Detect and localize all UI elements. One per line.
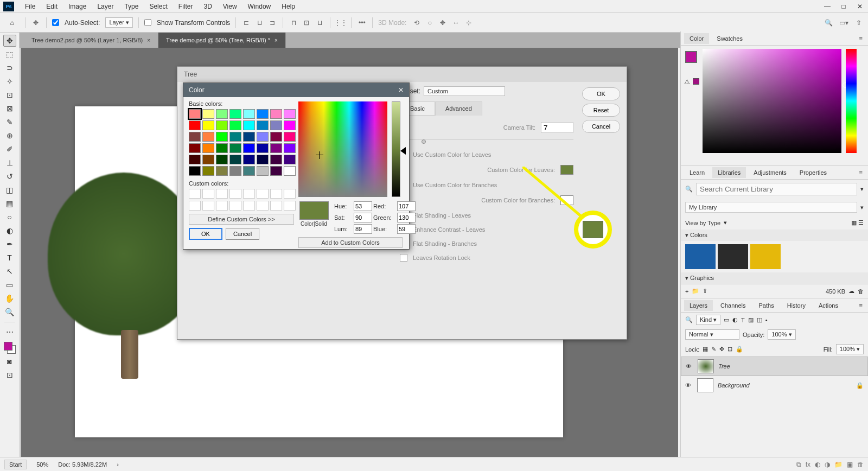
reset-button[interactable]: Reset — [582, 104, 620, 117]
luminosity-bar[interactable] — [392, 101, 400, 197]
palette-swatch[interactable] — [229, 166, 241, 176]
distribute-icon[interactable]: ⋮⋮ — [336, 18, 346, 28]
menu-select[interactable]: Select — [144, 3, 173, 10]
palette-swatch[interactable] — [189, 132, 201, 142]
palette-swatch[interactable] — [202, 143, 214, 153]
palette-swatch[interactable] — [257, 109, 269, 119]
palette-swatch[interactable] — [243, 143, 255, 153]
palette-swatch[interactable] — [243, 120, 255, 130]
palette-swatch[interactable] — [270, 109, 282, 119]
palette-swatch[interactable] — [243, 166, 255, 176]
palette-swatch[interactable] — [202, 166, 214, 176]
channels-tab[interactable]: Channels — [715, 300, 751, 311]
blue-input[interactable] — [397, 224, 416, 234]
palette-swatch[interactable] — [284, 143, 296, 153]
green-input[interactable] — [397, 213, 416, 222]
palette-swatch[interactable] — [202, 109, 214, 119]
menu-window[interactable]: Window — [242, 3, 277, 10]
align-right-icon[interactable]: ⊐ — [267, 18, 277, 28]
menu-view[interactable]: View — [218, 3, 242, 10]
close-button[interactable]: ✕ — [852, 1, 868, 12]
luminosity-arrow[interactable] — [400, 147, 406, 155]
fg-color[interactable] — [685, 51, 697, 63]
adjust-icon[interactable]: ◑ — [825, 461, 830, 468]
palette-swatch[interactable] — [270, 120, 282, 130]
menu-3d[interactable]: 3D — [198, 3, 217, 10]
palette-swatch[interactable] — [216, 132, 228, 142]
palette-swatch[interactable] — [257, 166, 269, 176]
delete-icon[interactable]: 🗑 — [857, 461, 864, 468]
tab-tree-demo[interactable]: Tree demo.psd @ 50% (Tree, RGB/8) *× — [158, 33, 286, 48]
visibility-icon[interactable]: 👁 — [686, 363, 693, 370]
menu-file[interactable]: File — [20, 3, 41, 10]
zoom-level[interactable]: 50% — [36, 461, 48, 468]
hue-slider[interactable] — [846, 49, 857, 153]
swatches-panel-tab[interactable]: Swatches — [711, 33, 748, 44]
palette-swatch[interactable] — [284, 109, 296, 119]
color-field[interactable] — [703, 49, 841, 153]
link-icon[interactable]: ⧉ — [796, 461, 801, 468]
move-tool[interactable]: ✥ — [3, 35, 16, 47]
library-search[interactable] — [696, 183, 857, 195]
color-ok-button[interactable]: OK — [189, 228, 222, 240]
library-select[interactable]: My Library — [685, 202, 857, 213]
hue-input[interactable] — [354, 201, 372, 211]
preset-dropdown[interactable]: Custom — [424, 86, 505, 96]
history-tab[interactable]: History — [782, 300, 811, 311]
branch-color-swatch[interactable] — [560, 195, 573, 205]
start-button[interactable]: Start — [4, 460, 27, 469]
visibility-icon[interactable]: 👁 — [685, 382, 693, 389]
swatch-icon[interactable] — [693, 78, 699, 85]
palette-swatch[interactable] — [189, 155, 201, 164]
align-left-icon[interactable]: ⊏ — [241, 18, 251, 28]
workspace-icon[interactable]: ▭▾ — [839, 18, 848, 28]
share-icon[interactable]: ⇧ — [854, 18, 864, 28]
lum-input[interactable] — [354, 224, 372, 234]
layer-background[interactable]: 👁 Background 🔒 — [681, 376, 868, 394]
palette-swatch[interactable] — [202, 155, 214, 164]
menu-edit[interactable]: Edit — [41, 3, 63, 10]
leaves-color-swatch[interactable] — [560, 165, 573, 175]
maximize-button[interactable]: □ — [835, 1, 852, 12]
add-custom-button[interactable]: Add to Custom Colors — [298, 237, 403, 248]
menu-help[interactable]: Help — [276, 3, 301, 10]
add-lib-icon[interactable]: + — [685, 288, 688, 295]
trash-icon[interactable]: 🗑 — [858, 288, 864, 295]
hue-sat-field[interactable] — [298, 101, 387, 197]
close-icon[interactable]: ✕ — [398, 86, 404, 94]
palette-swatch[interactable] — [284, 155, 296, 164]
red-input[interactable] — [397, 201, 416, 211]
align-center-icon[interactable]: ⊔ — [254, 18, 264, 28]
palette-swatch[interactable] — [243, 109, 255, 119]
palette-swatch[interactable] — [243, 132, 255, 142]
group-icon[interactable]: 📁 — [834, 461, 843, 468]
palette-swatch[interactable] — [229, 132, 241, 142]
upload-icon[interactable]: ⇧ — [703, 288, 707, 295]
menu-filter[interactable]: Filter — [173, 3, 199, 10]
adjustments-tab[interactable]: Adjustments — [748, 167, 792, 178]
palette-swatch[interactable] — [229, 155, 241, 164]
palette-swatch[interactable] — [216, 120, 228, 130]
palette-swatch[interactable] — [189, 166, 201, 176]
fx-icon[interactable]: fx — [806, 461, 810, 468]
palette-swatch[interactable] — [270, 143, 282, 153]
paths-tab[interactable]: Paths — [754, 300, 780, 311]
palette-swatch[interactable] — [216, 155, 228, 164]
palette-swatch[interactable] — [284, 166, 296, 176]
palette-swatch[interactable] — [189, 109, 201, 119]
blend-mode[interactable]: Normal ▾ — [685, 329, 739, 340]
autoselect-checkbox[interactable] — [52, 19, 59, 26]
align-top-icon[interactable]: ⊓ — [289, 18, 298, 28]
properties-tab[interactable]: Properties — [794, 167, 832, 178]
panel-menu-icon[interactable]: ≡ — [854, 33, 868, 44]
tab-advanced[interactable]: Advanced — [435, 101, 482, 116]
palette-swatch[interactable] — [202, 120, 214, 130]
fill-input[interactable]: 100% ▾ — [836, 344, 864, 354]
colors-section[interactable]: ▾ Colors — [681, 230, 868, 241]
palette-swatch[interactable] — [270, 166, 282, 176]
align-mid-icon[interactable]: ⊡ — [302, 18, 311, 28]
folder-icon[interactable]: 📁 — [692, 288, 699, 295]
palette-swatch[interactable] — [257, 132, 269, 142]
learn-tab[interactable]: Learn — [684, 167, 710, 178]
ok-button[interactable]: OK — [582, 87, 620, 100]
